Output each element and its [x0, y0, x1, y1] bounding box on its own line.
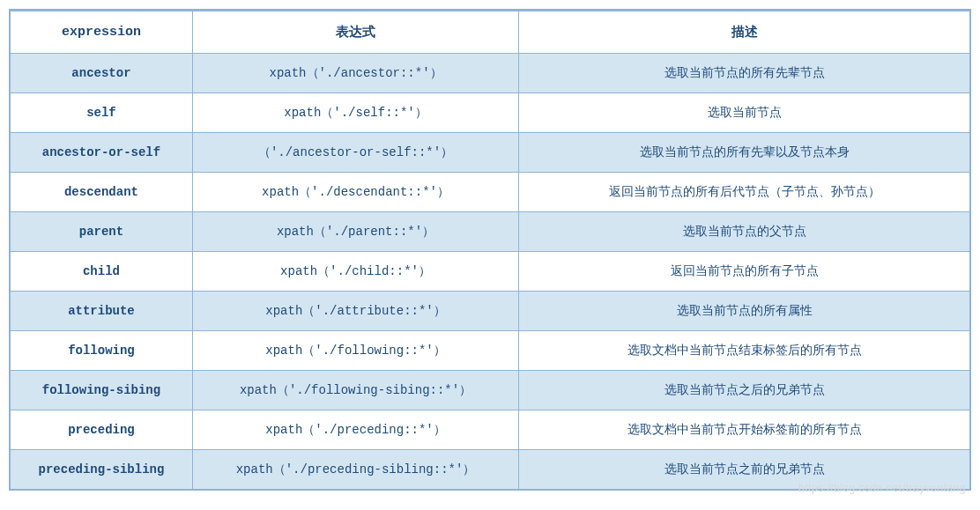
xpath-axes-table-container: expression 表达式 描述 ancestor xpath（'./ance… [9, 9, 971, 491]
table-row: following-sibing xpath（'./following-sibi… [11, 371, 970, 410]
table-row: descendant xpath（'./descendant::*'） 返回当前… [11, 173, 970, 212]
cell-expression: ancestor [11, 54, 193, 93]
cell-syntax: xpath（'./self::*'） [192, 93, 518, 133]
cell-syntax: xpath（'./ancestor::*'） [192, 54, 518, 93]
table-row: attribute xpath（'./attribute::*'） 选取当前节点… [11, 292, 970, 331]
cell-description: 选取当前节点的所有先辈以及节点本身 [519, 133, 970, 173]
cell-expression: parent [11, 212, 193, 252]
cell-syntax: xpath（'./following-sibing::*'） [192, 371, 518, 410]
cell-expression: self [11, 93, 193, 133]
cell-description: 返回当前节点的所有子节点 [519, 252, 970, 292]
table-row: ancestor xpath（'./ancestor::*'） 选取当前节点的所… [11, 54, 970, 93]
cell-description: 选取当前节点的所有属性 [519, 292, 970, 331]
cell-expression: descendant [11, 173, 193, 212]
cell-syntax: xpath（'./following::*'） [192, 331, 518, 371]
cell-syntax: xpath（'./attribute::*'） [192, 292, 518, 331]
cell-description: 选取文档中当前节点结束标签后的所有节点 [519, 331, 970, 371]
cell-description: 选取当前节点之后的兄弟节点 [519, 371, 970, 410]
cell-expression: attribute [11, 292, 193, 331]
cell-description: 选取当前节点 [519, 93, 970, 133]
header-description: 描述 [519, 11, 970, 54]
table-row: following xpath（'./following::*'） 选取文档中当… [11, 331, 970, 371]
table-header-row: expression 表达式 描述 [11, 11, 970, 54]
cell-expression: ancestor-or-self [11, 133, 193, 173]
cell-syntax: xpath（'./child::*'） [192, 252, 518, 292]
table-body: ancestor xpath（'./ancestor::*'） 选取当前节点的所… [11, 54, 970, 490]
header-syntax: 表达式 [192, 11, 518, 54]
cell-syntax: （'./ancestor-or-self::*'） [192, 133, 518, 173]
cell-expression: preceding-sibling [11, 450, 193, 490]
cell-syntax: xpath（'./parent::*'） [192, 212, 518, 252]
cell-syntax: xpath（'./preceding::*'） [192, 410, 518, 450]
xpath-axes-table: expression 表达式 描述 ancestor xpath（'./ance… [10, 11, 970, 490]
table-row: self xpath（'./self::*'） 选取当前节点 [11, 93, 970, 133]
cell-description: 选取文档中当前节点开始标签前的所有节点 [519, 410, 970, 450]
cell-syntax: xpath（'./descendant::*'） [192, 173, 518, 212]
cell-expression: following [11, 331, 193, 371]
table-row: preceding xpath（'./preceding::*'） 选取文档中当… [11, 410, 970, 450]
table-row: ancestor-or-self （'./ancestor-or-self::*… [11, 133, 970, 173]
watermark-text: https://blog.csdn.net/trayvontang [798, 482, 966, 494]
table-row: child xpath（'./child::*'） 返回当前节点的所有子节点 [11, 252, 970, 292]
cell-description: 选取当前节点的父节点 [519, 212, 970, 252]
cell-expression: following-sibing [11, 371, 193, 410]
header-expression: expression [11, 11, 193, 54]
cell-description: 返回当前节点的所有后代节点（子节点、孙节点） [519, 173, 970, 212]
cell-expression: child [11, 252, 193, 292]
cell-syntax: xpath（'./preceding-sibling::*'） [192, 450, 518, 490]
cell-description: 选取当前节点的所有先辈节点 [519, 54, 970, 93]
table-row: parent xpath（'./parent::*'） 选取当前节点的父节点 [11, 212, 970, 252]
cell-expression: preceding [11, 410, 193, 450]
